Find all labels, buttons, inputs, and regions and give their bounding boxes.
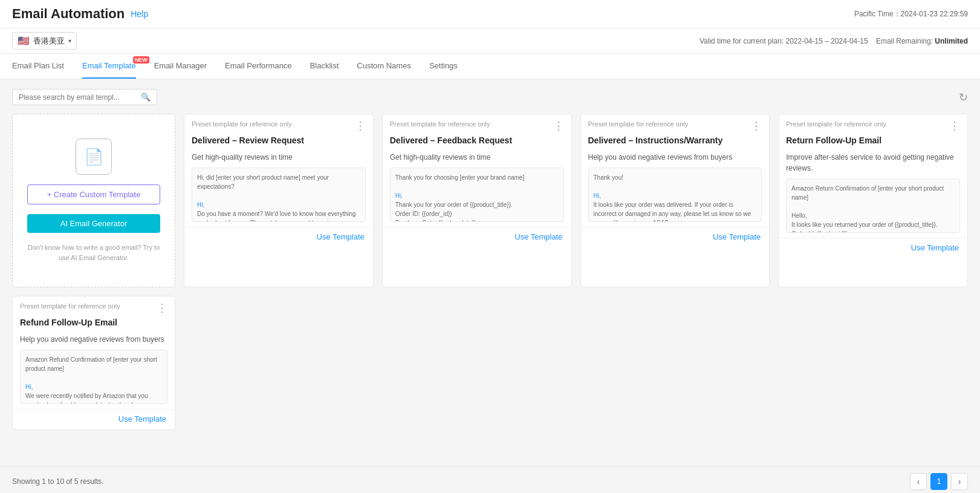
preset-label-3: Preset template for reference only [588, 120, 689, 128]
use-template-btn-5[interactable]: Use Template [13, 409, 175, 429]
create-hint: Don't know how to write a good email? Tr… [25, 243, 163, 263]
nav-item-blacklist[interactable]: Blacklist [310, 54, 339, 79]
nav-bar: Email Plan List Email Template NEW Email… [0, 54, 980, 79]
ai-email-generator-button[interactable]: AI Email Generator [27, 214, 160, 233]
footer: Showing 1 to 10 of 5 results. ‹ 1 › [0, 466, 980, 493]
more-icon-3[interactable]: ⋮ [751, 120, 762, 131]
use-template-btn-1[interactable]: Use Template [184, 227, 373, 247]
template-card-1: Preset template for reference only ⋮ Del… [184, 114, 374, 287]
top-bar: Email Automation Help Pacific Time：2024-… [0, 0, 980, 28]
pagination: ‹ 1 › [910, 473, 968, 490]
template-title-1: Delivered – Review Request [184, 134, 373, 151]
nav-item-custom-names[interactable]: Custom Names [357, 54, 411, 79]
template-card-2: Preset template for reference only ⋮ Del… [382, 114, 572, 287]
use-template-btn-4[interactable]: Use Template [779, 238, 967, 258]
region-selector[interactable]: 🇺🇸 香港美亚 ▾ [12, 32, 77, 50]
template-preview-5: Amazon Refund Confirmation of [enter you… [20, 350, 167, 404]
more-icon-5[interactable]: ⋮ [157, 302, 167, 313]
search-icon: 🔍 [141, 93, 151, 102]
nav-item-settings[interactable]: Settings [429, 54, 458, 79]
template-card-4: Preset template for reference only ⋮ Ret… [778, 114, 968, 287]
template-card-3: Preset template for reference only ⋮ Del… [580, 114, 770, 287]
nav-item-email-template[interactable]: Email Template NEW [82, 54, 136, 79]
template-title-2: Delivered – Feedback Request [383, 134, 571, 151]
create-card: 📄 + Create Custom Template AI Email Gene… [12, 114, 175, 287]
template-title-3: Delivered – Instructions/Warranty [581, 134, 770, 151]
template-desc-4: Improve after-sales service to avoid get… [779, 151, 967, 178]
more-icon-2[interactable]: ⋮ [553, 120, 564, 131]
more-icon-4[interactable]: ⋮ [949, 120, 960, 131]
template-preview-2: Thank you for choosing [enter your brand… [390, 168, 564, 222]
search-box[interactable]: 🔍 [12, 89, 157, 105]
time-display: Pacific Time：2024-01-23 22:29:59 [854, 9, 968, 19]
template-card-5: Preset template for reference only ⋮ Ref… [12, 296, 175, 430]
template-desc-5: Help you avoid negative reviews from buy… [13, 333, 175, 350]
sub-bar: 🇺🇸 香港美亚 ▾ Valid time for current plan: 2… [0, 28, 980, 54]
app-title: Email Automation [12, 6, 125, 22]
nav-item-email-performance[interactable]: Email Performance [225, 54, 292, 79]
page-1-button[interactable]: 1 [930, 473, 947, 490]
cards-grid-row2: Preset template for reference only ⋮ Ref… [12, 296, 968, 430]
chevron-down-icon: ▾ [68, 38, 71, 44]
cards-grid-row1: 📄 + Create Custom Template AI Email Gene… [12, 114, 968, 287]
template-preview-3: Thank you! Hi, It looks like your order … [588, 168, 762, 222]
search-input[interactable] [19, 93, 141, 102]
preset-label-5: Preset template for reference only [20, 302, 120, 310]
prev-page-button[interactable]: ‹ [910, 473, 927, 490]
preset-label-2: Preset template for reference only [390, 120, 490, 128]
template-desc-3: Help you avoid negative reviews from buy… [581, 151, 770, 168]
main-content: 🔍 ↻ 📄 + Create Custom Template AI Email … [0, 79, 980, 466]
next-page-button[interactable]: › [951, 473, 968, 490]
preset-label-4: Preset template for reference only [786, 120, 886, 128]
use-template-btn-3[interactable]: Use Template [581, 227, 770, 247]
nav-item-email-plan-list[interactable]: Email Plan List [12, 54, 64, 79]
more-icon-1[interactable]: ⋮ [355, 120, 366, 131]
help-link[interactable]: Help [131, 9, 148, 19]
nav-item-email-manager[interactable]: Email Manager [154, 54, 207, 79]
showing-text: Showing 1 to 10 of 5 results. [12, 477, 103, 486]
create-file-icon: 📄 [76, 139, 112, 175]
template-title-5: Refund Follow-Up Email [13, 316, 175, 333]
search-row: 🔍 ↻ [12, 89, 968, 105]
flag-icon: 🇺🇸 [18, 35, 30, 47]
template-preview-4: Amazon Return Confirmation of [enter you… [786, 178, 960, 233]
template-desc-2: Get high-quality reviews in time [383, 151, 571, 168]
preset-label-1: Preset template for reference only [192, 120, 292, 128]
new-badge: NEW [133, 56, 149, 64]
template-title-4: Return Follow-Up Email [779, 134, 967, 151]
refresh-icon[interactable]: ↻ [959, 91, 968, 104]
template-preview-1: Hi, did [enter your short product name] … [192, 168, 366, 222]
use-template-btn-2[interactable]: Use Template [383, 227, 571, 247]
region-name: 香港美亚 [33, 36, 65, 47]
plan-info: Valid time for current plan: 2022-04-15 … [699, 37, 968, 45]
create-custom-template-button[interactable]: + Create Custom Template [27, 184, 160, 204]
template-desc-1: Get high-quality reviews in time [184, 151, 373, 168]
